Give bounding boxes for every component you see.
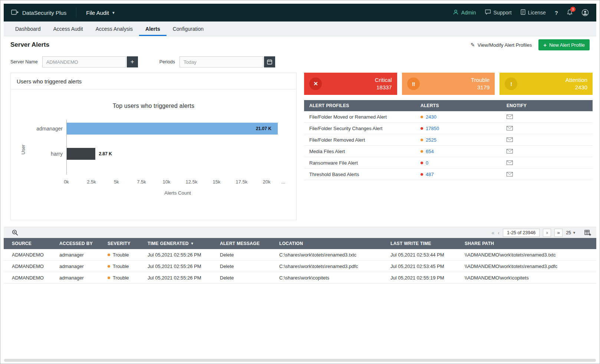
event-row[interactable]: ADMANDEMOadmanagerTroubleJul 05,2021 02:…: [4, 261, 596, 272]
alert-count-link[interactable]: 2525: [426, 137, 436, 143]
brand-name: DataSecurity Plus: [22, 10, 66, 16]
cell-share-path: \\ADMANDEMO\work\totets\renamed3.pdfc: [465, 264, 596, 269]
admin-menu[interactable]: Admin: [453, 9, 476, 16]
email-notify-icon[interactable]: [507, 126, 593, 130]
critical-x-icon: ✕: [309, 77, 322, 90]
add-server-button[interactable]: +: [127, 56, 138, 67]
events-col-accessed-by[interactable]: ACCESSED BY: [59, 241, 108, 246]
module-switcher[interactable]: File Audit ▼: [86, 10, 115, 16]
chart-x-tick: 5k: [114, 179, 119, 185]
summary-card-attention[interactable]: !Attention2430: [500, 73, 593, 95]
cell-last-write-time: Jul 05,2021 02:53:44 PM: [390, 252, 465, 258]
chart-x-tick: 2.5k: [87, 179, 96, 185]
alert-count-link[interactable]: 0: [426, 160, 428, 166]
calendar-button[interactable]: [264, 56, 275, 67]
cell-accessed-by: admanager: [59, 264, 108, 269]
topbar-right: Admin Support License ?: [453, 9, 589, 16]
header-label: LOCATION: [279, 241, 303, 246]
page-size-select[interactable]: 25 ▼: [566, 230, 576, 235]
alert-count-link[interactable]: 2430: [426, 114, 436, 120]
server-name-label: Server Name: [10, 59, 38, 64]
tab-bar: DashboardAccess AuditAccess AnalysisAler…: [4, 21, 596, 36]
severity-label: Trouble: [113, 275, 129, 281]
profile-name: Ransomware File Alert: [309, 160, 421, 166]
email-notify-icon[interactable]: [507, 138, 593, 142]
profile-alert-count: 2430: [421, 114, 507, 120]
next-page-button[interactable]: ›: [543, 229, 551, 237]
help-button[interactable]: ?: [555, 10, 558, 16]
profile-alert-count: 0: [421, 160, 507, 166]
search-icon[interactable]: [12, 229, 18, 236]
support-menu[interactable]: Support: [485, 9, 512, 16]
page-size-value: 25: [566, 230, 571, 235]
cell-last-write-time: Jul 05,2021 02:55:19 PM: [390, 275, 465, 281]
tab-dashboard[interactable]: Dashboard: [9, 21, 47, 36]
chart-bar-admanager[interactable]: [67, 123, 278, 135]
summary-card-critical[interactable]: ✕Critical18337: [304, 73, 397, 95]
cell-share-path: \\ADMANDEMO\work\totets\renamed3.txtc: [465, 252, 596, 258]
user-avatar[interactable]: [581, 9, 589, 16]
cell-severity: Trouble: [108, 264, 148, 269]
profile-name: Media Files Alert: [309, 149, 421, 154]
card-value: 3179: [471, 84, 489, 91]
first-page-button[interactable]: «: [492, 230, 495, 236]
new-alert-profile-button[interactable]: + New Alert Profile: [538, 39, 590, 50]
server-name-input[interactable]: [42, 56, 126, 67]
tab-alerts[interactable]: Alerts: [139, 21, 167, 36]
event-row[interactable]: ADMANDEMOadmanagerTroubleJul 05,2021 02:…: [4, 272, 596, 284]
periods-input[interactable]: [179, 56, 263, 67]
email-notify-icon[interactable]: [507, 149, 593, 153]
chart-x-tick: 12.5k: [186, 179, 198, 185]
chart-x-tick: 17.5k: [236, 179, 248, 185]
events-col-location[interactable]: LOCATION: [279, 241, 390, 246]
alert-count-link[interactable]: 487: [426, 172, 434, 177]
module-name: File Audit: [86, 10, 109, 16]
attention-exclamation-icon: !: [505, 77, 517, 90]
profile-name: File/Folder Moved or Renamed Alert: [309, 114, 421, 120]
horizontal-scrollbar[interactable]: [4, 359, 596, 362]
severity-dot: [108, 277, 110, 279]
chart-category-label: admanager: [14, 126, 63, 132]
events-table: ADMANDEMOadmanagerTroubleJul 05,2021 02:…: [4, 249, 596, 284]
notifications-button[interactable]: 3: [567, 9, 573, 16]
alert-count-link[interactable]: 17850: [426, 126, 439, 131]
events-col-last-write-time[interactable]: LAST WRITE TIME: [390, 241, 465, 246]
alert-profile-row: Ransomware File Alert0: [304, 157, 593, 169]
admin-person-icon: [453, 9, 459, 16]
users-alert-chart-card: Users who triggered alerts Top users who…: [10, 73, 297, 220]
view-modify-alert-profiles-link[interactable]: ✎ View/Modify Alert Profiles: [471, 42, 532, 48]
cell-location: C:\shares\work\totets\renamed3.txtc: [279, 252, 390, 258]
license-menu[interactable]: License: [521, 9, 546, 16]
page-range: 1-25 of 23946: [503, 229, 540, 237]
profile-name: Threshold Based Alerts: [309, 172, 421, 177]
events-col-source[interactable]: SOURCE: [12, 241, 59, 246]
tab-access-audit[interactable]: Access Audit: [47, 21, 89, 36]
events-col-severity[interactable]: SEVERITY: [108, 241, 148, 246]
events-table-header: SOURCEACCESSED BYSEVERITYTIME GENERATED▼…: [4, 238, 596, 249]
alert-profiles-body: File/Folder Moved or Renamed Alert2430Fi…: [304, 111, 593, 180]
tab-access-analysis[interactable]: Access Analysis: [89, 21, 139, 36]
topbar: DataSecurity Plus File Audit ▼ Admin: [4, 4, 596, 21]
last-page-button[interactable]: »: [554, 229, 563, 237]
column-chooser-icon[interactable]: [584, 230, 591, 236]
events-col-alert-message[interactable]: ALERT MESSAGE: [220, 241, 279, 246]
cell-source: ADMANDEMO: [12, 275, 59, 281]
alert-profiles-table: ALERT PROFILES ALERTS ENOTIFY File/Folde…: [304, 100, 593, 180]
summary-card-trouble[interactable]: !!Trouble3179: [402, 73, 495, 95]
profile-name: File/Folder Security Changes Alert: [309, 126, 421, 131]
prev-page-button[interactable]: ‹: [498, 230, 500, 236]
email-notify-icon[interactable]: [507, 161, 593, 165]
email-notify-icon[interactable]: [507, 115, 593, 119]
header-label: SOURCE: [12, 241, 32, 246]
chart-bar-harry[interactable]: [67, 148, 95, 160]
chevron-down-icon: ▼: [112, 11, 115, 15]
events-col-share-path[interactable]: SHARE PATH: [465, 241, 596, 246]
alert-count-link[interactable]: 654: [426, 149, 434, 154]
events-col-time-generated[interactable]: TIME GENERATED▼: [148, 241, 220, 246]
alert-profile-row: Media Files Alert654: [304, 146, 593, 157]
email-notify-icon[interactable]: [507, 172, 593, 176]
cell-accessed-by: admanager: [59, 252, 108, 258]
trouble-exclamation-icon: !!: [407, 77, 420, 90]
tab-configuration[interactable]: Configuration: [167, 21, 210, 36]
event-row[interactable]: ADMANDEMOadmanagerTroubleJul 05,2021 02:…: [4, 249, 596, 261]
